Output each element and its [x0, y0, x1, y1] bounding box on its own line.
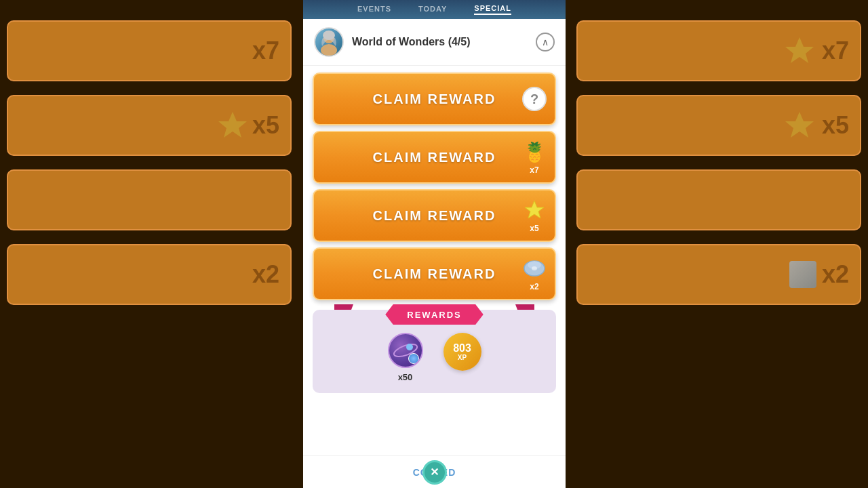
rewards-content: x50 803 XP [313, 333, 556, 382]
claim-reward-label-1: CLAIM REWARD [373, 92, 496, 107]
bg-panel-left-3 [7, 169, 292, 230]
close-button[interactable]: ✕ [422, 460, 447, 485]
bg-panel-left-1: x7 [7, 20, 292, 81]
claim-reward-button-1[interactable]: CLAIM REWARD ? [313, 73, 556, 125]
svg-marker-0 [218, 112, 247, 138]
banner-tail-left [334, 304, 353, 325]
main-modal: World of Wonders (4/5) ∧ CLAIM REWARD ? … [303, 19, 566, 488]
tab-special[interactable]: SPECIAL [474, 4, 511, 15]
modal-header: World of Wonders (4/5) ∧ [303, 19, 566, 66]
star-icon [522, 198, 547, 222]
bg-star-icon-2 [216, 108, 250, 142]
svg-point-9 [532, 266, 537, 270]
bg-item-icon-r4 [789, 261, 816, 288]
bg-count-2: x5 [252, 111, 279, 140]
svg-marker-6 [525, 201, 544, 218]
svg-point-11 [392, 342, 418, 359]
claim-reward-button-3[interactable]: CLAIM REWARD x5 [313, 189, 556, 242]
reward-icon-3: x5 [522, 198, 547, 233]
bg-panel-right-2: x5 [576, 95, 861, 156]
bottom-bar: COL ✕ TED [303, 455, 566, 488]
svg-marker-2 [785, 112, 814, 138]
question-icon: ? [522, 87, 547, 111]
claim-reward-label-4: CLAIM REWARD [373, 266, 496, 282]
rewards-banner: REWARDS [313, 304, 556, 325]
bg-count-1: x7 [252, 37, 279, 65]
tab-events[interactable]: EVENTS [357, 5, 391, 14]
pineapple-icon: 🍍 [522, 140, 547, 164]
banner-text: REWARDS [407, 310, 461, 320]
banner-tail-right [515, 304, 534, 325]
rewards-section: REWARDS x50 [313, 310, 556, 393]
bg-star-icon-r1 [783, 34, 816, 68]
top-nav-bar: EVENTS TODAY SPECIAL [303, 0, 566, 19]
claim-reward-label-3: CLAIM REWARD [373, 208, 496, 224]
item-icon [522, 256, 547, 281]
xp-unit: XP [458, 354, 467, 361]
collapse-button[interactable]: ∧ [536, 33, 555, 52]
pokemon-icon [388, 333, 423, 368]
banner-shape: REWARDS [385, 304, 483, 325]
avatar [314, 27, 344, 57]
bg-panel-right-1: x7 [576, 20, 861, 81]
reward-count-4: x2 [530, 282, 538, 291]
avatar-image [315, 28, 342, 56]
xp-circle: 803 XP [443, 333, 481, 371]
svg-point-12 [406, 344, 413, 350]
bg-count-r4: x2 [822, 260, 849, 289]
reward-count-3: x5 [530, 224, 538, 233]
pokemon-reward-label: x50 [398, 372, 413, 382]
svg-point-4 [321, 44, 337, 56]
rewards-list: CLAIM REWARD ? CLAIM REWARD 🍍 x7 CLAIM R… [303, 66, 566, 307]
claim-reward-button-2[interactable]: CLAIM REWARD 🍍 x7 [313, 131, 556, 184]
bg-count-4: x2 [252, 260, 279, 289]
bg-panel-left-2: x5 [7, 95, 292, 156]
bg-count-r2: x5 [822, 111, 849, 140]
reward-item-xp: 803 XP [443, 333, 481, 382]
bg-panel-left-4: x2 [7, 244, 292, 305]
xp-value: 803 [453, 343, 471, 354]
reward-icon-1: ? [522, 87, 547, 111]
claim-reward-label-2: CLAIM REWARD [373, 150, 496, 165]
bg-panel-right-4: x2 [576, 244, 861, 305]
bg-count-r1: x7 [822, 37, 849, 65]
bg-star-icon-r2 [783, 108, 816, 142]
bg-panel-right-3 [576, 169, 861, 230]
modal-title: World of Wonders (4/5) [352, 36, 528, 48]
reward-icon-2: 🍍 x7 [522, 140, 547, 175]
reward-item-pokemon: x50 [388, 333, 423, 382]
tab-today[interactable]: TODAY [418, 5, 447, 14]
reward-icon-4: x2 [522, 256, 547, 291]
svg-marker-1 [785, 37, 814, 63]
reward-count-2: x7 [530, 165, 538, 175]
close-icon: ✕ [430, 467, 439, 478]
claim-reward-button-4[interactable]: CLAIM REWARD x2 [313, 247, 556, 300]
